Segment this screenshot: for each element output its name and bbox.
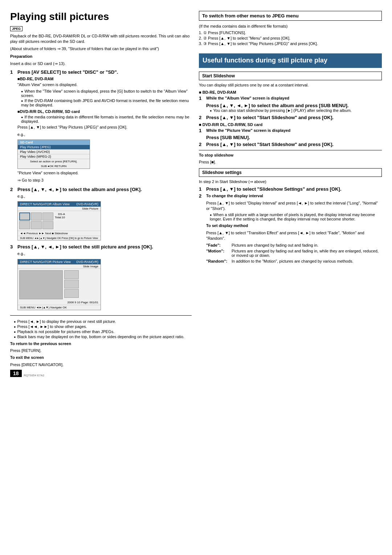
motion-row: "Motion": Pictures are changed by fading… — [206, 249, 382, 259]
ss-step-2-content: To change the display interval Press [▲,… — [206, 193, 382, 265]
switch-step-3: ③ Press [▲, ▼] to select "Play Pictures … — [203, 41, 382, 46]
random-label: "Random": — [206, 259, 232, 265]
ss-step-2-num: 2 — [199, 193, 204, 265]
to-stop-text: Press [■]. — [199, 159, 382, 165]
bottom-bullet-3: Playback is not possible for pictures ot… — [14, 329, 192, 334]
album-view-screen: DIRECT NAVIGATOR Album View DVD-RAM(VR) … — [17, 201, 101, 240]
bottom-bullet-2: Press [◄◄, ►►] to show other pages. — [14, 324, 192, 329]
dvdr-subheading: ■DVD-R/R DL, CD-R/RW, SD card — [17, 109, 192, 114]
bdre-bullets: When the "Title View" screen is displaye… — [17, 89, 192, 107]
ss-step-1: 1 Press [▲, ▼] to select "Slideshow Sett… — [199, 186, 382, 192]
step-2-content: Press [▲, ▼, ◄, ►] to select the album a… — [17, 187, 192, 242]
bdre-subheading: ■BD-RE, DVD-RAM — [17, 77, 192, 81]
bdre2-bullet-1: You can also start slideshow by pressing… — [210, 108, 382, 113]
thumb-grid — [19, 212, 53, 229]
switch-step-1: ① Press [FUNCTIONS]. — [203, 31, 382, 35]
dvdr-bullets: If the media containing data in differen… — [17, 115, 192, 123]
right-dvdr-step-1: 1 While the "Picture View" screen is dis… — [199, 128, 382, 140]
side-thumbs — [64, 270, 79, 298]
bdre2-subheading: ■ BD-RE, DVD-RAM — [199, 90, 382, 94]
motion-label: "Motion": — [206, 249, 232, 259]
album-footer2: SUB MENU ◄►(▲▼) Navigate OK Press [OK] t… — [18, 236, 101, 240]
thumb-4 — [19, 221, 30, 229]
thumb-6 — [42, 221, 53, 229]
picture-body — [18, 269, 101, 301]
ss-step-2: 2 To change the display interval Press [… — [199, 193, 382, 265]
right-dvdr-step-2: 2 Press [▲, ▼] to select "Start Slidesho… — [199, 142, 382, 147]
ss-step-1-content: Press [▲, ▼] to select "Slideshow Settin… — [206, 186, 382, 192]
intro2-text: (About structure of folders ⇒ 39, "Struc… — [10, 46, 192, 52]
set-display-text: Press [▲, ▼] to select "Transition Effec… — [206, 230, 382, 242]
step-1-instruction: Press [AV SELECT] to select "DISC" or "S… — [17, 69, 192, 75]
right-step-1-content: While the "Album View" screen is display… — [206, 96, 382, 113]
small-code: RQT9354 E7A2 — [24, 374, 44, 377]
fade-text: Pictures are changed by fading out and f… — [232, 243, 382, 249]
bdre2-step2: Press [▲, ▼] to select "Start Slideshow"… — [206, 115, 382, 120]
screen-footer-text1: Select an action or press [RETURN]. — [30, 160, 77, 163]
dvdr2-while: While the "Picture View" screen is displ… — [206, 128, 382, 133]
sd-card-screen: SD Card Play Pictures (JPEG) Play Video … — [17, 139, 90, 169]
dvdr2-subheading: ■ DVD-R/R DL, CD-R/RW, SD card — [199, 122, 382, 127]
album-info-line1: DS-A — [55, 212, 65, 216]
dvdr-text1: Press [▲, ▼] to select "Play Pictures (J… — [17, 125, 192, 130]
album-info: DS-A Total:10 — [55, 212, 65, 229]
thumb-2 — [31, 212, 42, 220]
album-info-line2: Total:10 — [55, 216, 65, 219]
step-1: 1 Press [AV SELECT] to select "DISC" or … — [10, 69, 192, 185]
bdre2-label: ■ BD-RE, DVD-RAM — [199, 90, 236, 94]
ss-step-1-instruction: Press [▲, ▼] to select "Slideshow Settin… — [206, 186, 382, 192]
return-label: To return to the previous screen — [10, 341, 192, 347]
album-header-right: DVD-RAM(VR) — [77, 202, 99, 206]
screen-caption: "Picture View" screen is displayed. — [17, 170, 192, 176]
ss-step-2-text: Press [▲, ▼] to select "Display Interval… — [206, 200, 382, 212]
switch-step-2: ② Press [▲, ▼] to select "Menu" and pres… — [203, 36, 382, 41]
screen-controls: SUB ●OK RETURN — [18, 164, 90, 169]
start-slideshow-desc: You can display still pictures one by on… — [199, 82, 382, 88]
screen-row-3: Play Video (MPEG-2) — [18, 154, 90, 159]
dvdr2-step2: Press [▲, ▼] to select "Start Slideshow"… — [206, 142, 382, 147]
page-container: Playing still pictures JPEG Playback of … — [0, 0, 392, 388]
page-number-area: 18 RQT9354 E7A2 — [10, 370, 192, 377]
screen-row-2: Play Video (AVCHD) — [18, 150, 90, 154]
motion-text: Pictures are changed by fading out and f… — [232, 249, 382, 259]
screen-footer: Select an action or press [RETURN]. — [18, 159, 90, 164]
ss-step-2-bullets: When a still picture with a large number… — [206, 212, 382, 221]
picture-header: DIRECT NAVIGATOR Picture View DVD-RAM(VR… — [18, 259, 101, 264]
album-footer-nav: ◄◄ Previous ►► Next ■ Slideshow — [20, 232, 68, 235]
picture-header-right: DVD-RAM(VR) — [77, 260, 99, 264]
step-3-instruction: Press [▲, ▼, ◄, ►] to select the still p… — [17, 244, 192, 250]
exit-text: Press [DIRECT NAVIGATOR]. — [10, 362, 192, 368]
side-thumb-2 — [64, 280, 79, 288]
left-divider — [10, 315, 192, 316]
right-step-2-content: Press [▲, ▼] to select "Start Slideshow"… — [206, 115, 382, 120]
thumb-1 — [19, 212, 30, 220]
bdre-label: ■BD-RE, DVD-RAM — [17, 77, 54, 81]
left-column: Playing still pictures JPEG Playback of … — [10, 11, 192, 377]
goto-step: ⇒ Go to step 3 — [17, 178, 192, 183]
to-stop-section: To stop slideshow Press [■]. — [199, 150, 382, 165]
page-number: 18 — [10, 370, 22, 377]
step-3: 3 Press [▲, ▼, ◄, ►] to select the still… — [10, 244, 192, 311]
picture-footer: SUB MENU ◄►(▲▼) Navigate OK — [18, 305, 101, 310]
screen-title: SD Card — [18, 140, 90, 145]
preparation-text: Insert a disc or SD card (⇒ 13). — [10, 61, 192, 66]
right-dvdr-step-1-content: While the "Picture View" screen is displ… — [206, 128, 382, 140]
step-2-number: 2 — [10, 187, 15, 242]
step-2-instruction: Press [▲, ▼, ◄, ►] to select the album a… — [17, 187, 192, 192]
album-header-left: DIRECT NAVIGATOR Album View — [20, 202, 70, 206]
step-1-number: 1 — [10, 69, 15, 185]
album-header: DIRECT NAVIGATOR Album View DVD-RAM(VR) — [18, 202, 101, 207]
slideshow-settings-note: In step 2 in Start Slideshow (⇒ above) — [199, 179, 382, 185]
return-text: Press [RETURN]. — [10, 348, 192, 353]
bottom-bullet-1: Press [◄, ►] to display the previous or … — [14, 319, 192, 324]
side-thumb-1 — [64, 270, 79, 279]
bdre-bullet-2: If the DVD-RAM containing both JPEG and … — [21, 98, 192, 107]
eg3-label: e.g., — [17, 251, 192, 256]
right-dvdr-step-2-num: 2 — [199, 142, 204, 147]
screen-row-1: Play Pictures (JPEG) — [18, 145, 90, 150]
bdre2-step1: Press [▲, ▼, ◄, ►] to select the album a… — [206, 103, 382, 108]
picture-view-screen: DIRECT NAVIGATOR Picture View DVD-RAM(VR… — [17, 259, 101, 310]
picture-tabs: Slide Image — [18, 264, 101, 269]
step-3-content: Press [▲, ▼, ◄, ►] to select the still p… — [17, 244, 192, 311]
slideshow-settings-box: Slideshow settings — [199, 168, 382, 177]
